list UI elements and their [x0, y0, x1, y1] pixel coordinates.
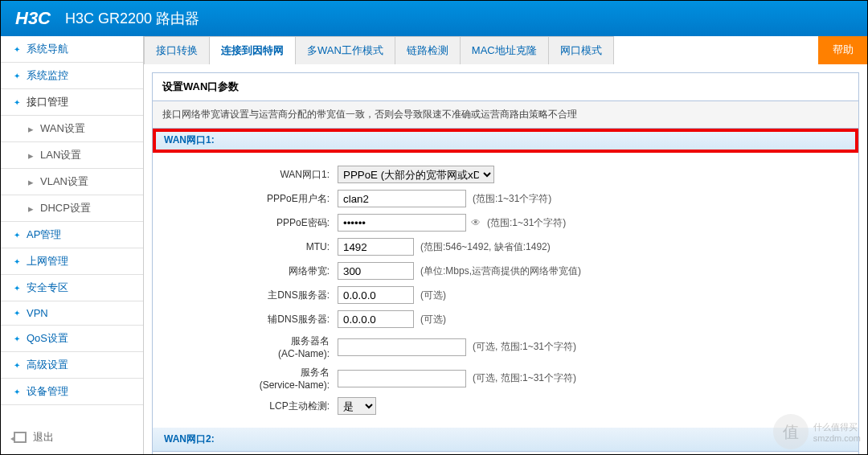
device-title: H3C GR2200 路由器	[65, 9, 199, 28]
nav-label: QoS设置	[27, 331, 68, 346]
eye-icon[interactable]: 👁	[471, 217, 481, 228]
sidebar-item-3[interactable]: ✦AP管理	[1, 222, 143, 248]
bandwidth-label: 网络带宽:	[169, 264, 338, 278]
nav-label: 上网管理	[27, 254, 68, 268]
watermark: 值 什么值得买 smzdm.com	[773, 414, 861, 449]
tab-4[interactable]: MAC地址克隆	[460, 36, 549, 64]
nav-label: 安全专区	[27, 281, 68, 295]
nav-label: AP管理	[27, 228, 61, 242]
main-area: 接口转换连接到因特网多WAN工作模式链路检测MAC地址克隆网口模式帮助 设置WA…	[144, 36, 867, 454]
sidebar-item-6[interactable]: ✦VPN	[1, 301, 143, 326]
logout-icon	[14, 432, 27, 443]
wan-panel: 设置WAN口参数 接口网络带宽请设置与运营商分配的带宽值一致，否则会导致限速不准…	[152, 72, 859, 454]
wan-port-label: WAN网口1:	[169, 168, 338, 182]
pppoe-user-label: PPPoE用户名:	[169, 192, 338, 206]
sidebar-subitem-2-0[interactable]: ▸WAN设置	[1, 116, 143, 142]
pppoe-pass-hint: (范围:1~31个字符)	[487, 216, 566, 230]
svcname-hint: (可选, 范围:1~31个字符)	[473, 371, 576, 385]
dns2-input[interactable]	[338, 310, 414, 328]
svcname-label: 服务名(Service-Name):	[169, 366, 338, 391]
header: H3C H3C GR2200 路由器	[1, 1, 867, 36]
sidebar-subitem-2-3[interactable]: ▸DHCP设置	[1, 195, 143, 222]
help-tab[interactable]: 帮助	[818, 36, 867, 64]
wan1-section-header[interactable]: WAN网口1:	[153, 129, 858, 153]
nav-sub-label: DHCP设置	[40, 201, 91, 215]
bullet-icon: ▸	[28, 123, 34, 135]
nav-icon: ✦	[14, 309, 20, 318]
nav-label: 设备管理	[27, 384, 68, 399]
watermark-icon: 值	[773, 414, 809, 449]
sidebar-item-8[interactable]: ✦高级设置	[1, 352, 143, 379]
dns2-label: 辅DNS服务器:	[169, 313, 338, 326]
sidebar-item-4[interactable]: ✦上网管理	[1, 248, 143, 275]
dns1-label: 主DNS服务器:	[169, 289, 338, 302]
sidebar-item-1[interactable]: ✦系统监控	[1, 63, 143, 89]
svcname-input[interactable]	[338, 370, 466, 387]
bandwidth-hint: (单位:Mbps,运营商提供的网络带宽值)	[420, 264, 581, 278]
lcp-label: LCP主动检测:	[169, 400, 338, 413]
nav-sub-label: WAN设置	[40, 121, 85, 136]
nav-sub-label: VLAN设置	[40, 174, 88, 189]
bullet-icon: ▸	[28, 150, 34, 162]
nav-sub-label: LAN设置	[40, 148, 81, 162]
nav-label: 系统监控	[27, 68, 68, 83]
nav-icon: ✦	[14, 72, 20, 80]
nav-icon: ✦	[14, 98, 20, 107]
nav-icon: ✦	[14, 387, 20, 396]
pppoe-pass-label: PPPoE密码:	[169, 216, 338, 230]
pppoe-user-input[interactable]	[338, 190, 466, 207]
nav-label: 系统导航	[27, 42, 68, 56]
bullet-icon: ▸	[28, 176, 34, 188]
tab-3[interactable]: 链路检测	[395, 36, 461, 64]
tab-1[interactable]: 连接到因特网	[209, 36, 296, 64]
sidebar-item-9[interactable]: ✦设备管理	[1, 379, 143, 405]
sidebar-subitem-2-1[interactable]: ▸LAN设置	[1, 142, 143, 169]
nav-icon: ✦	[14, 231, 20, 240]
acname-label: 服务器名(AC-Name):	[169, 334, 338, 359]
logout-link[interactable]: 退出	[1, 420, 143, 454]
tab-5[interactable]: 网口模式	[548, 36, 614, 64]
sidebar-item-0[interactable]: ✦系统导航	[1, 36, 143, 63]
acname-input[interactable]	[338, 338, 466, 356]
panel-notice: 接口网络带宽请设置与运营商分配的带宽值一致，否则会导致限速不准确或运营商路由策略…	[153, 101, 858, 129]
pppoe-pass-input[interactable]	[338, 214, 466, 232]
mtu-hint: (范围:546~1492, 缺省值:1492)	[420, 240, 551, 254]
wan1-form: WAN网口1: PPPoE (大部分的宽带网或xDSL) PPPoE用户名: (…	[153, 153, 858, 428]
panel-title: 设置WAN口参数	[153, 73, 858, 101]
sidebar-subitem-2-2[interactable]: ▸VLAN设置	[1, 169, 143, 195]
nav-icon: ✦	[14, 257, 20, 266]
tab-0[interactable]: 接口转换	[144, 36, 210, 64]
nav-label: 高级设置	[27, 358, 68, 372]
sidebar-item-5[interactable]: ✦安全专区	[1, 275, 143, 301]
nav-label: VPN	[27, 307, 48, 319]
dns1-input[interactable]	[338, 286, 414, 304]
pppoe-user-hint: (范围:1~31个字符)	[473, 192, 551, 206]
wan2-section-header[interactable]: WAN网口2:	[153, 428, 858, 452]
mtu-input[interactable]	[338, 238, 414, 256]
bullet-icon: ▸	[28, 203, 34, 215]
logout-label: 退出	[33, 430, 54, 445]
logo: H3C	[15, 8, 51, 29]
acname-hint: (可选, 范围:1~31个字符)	[473, 340, 576, 354]
sidebar: ✦系统导航✦系统监控✦接口管理▸WAN设置▸LAN设置▸VLAN设置▸DHCP设…	[1, 36, 144, 454]
mtu-label: MTU:	[169, 241, 338, 252]
tab-2[interactable]: 多WAN工作模式	[295, 36, 395, 64]
lcp-select[interactable]: 是	[338, 397, 376, 415]
dns1-hint: (可选)	[420, 289, 446, 302]
content: 设置WAN口参数 接口网络带宽请设置与运营商分配的带宽值一致，否则会导致限速不准…	[144, 64, 867, 454]
bandwidth-input[interactable]	[338, 262, 414, 280]
dns2-hint: (可选)	[420, 313, 446, 326]
nav-icon: ✦	[14, 361, 20, 370]
nav-icon: ✦	[14, 334, 20, 343]
sidebar-item-7[interactable]: ✦QoS设置	[1, 326, 143, 352]
tab-bar: 接口转换连接到因特网多WAN工作模式链路检测MAC地址克隆网口模式帮助	[144, 36, 867, 64]
sidebar-item-2[interactable]: ✦接口管理	[1, 89, 143, 116]
wan-port-select[interactable]: PPPoE (大部分的宽带网或xDSL)	[338, 166, 494, 183]
nav-label: 接口管理	[27, 95, 68, 109]
nav-icon: ✦	[14, 284, 20, 293]
nav-icon: ✦	[14, 45, 20, 54]
